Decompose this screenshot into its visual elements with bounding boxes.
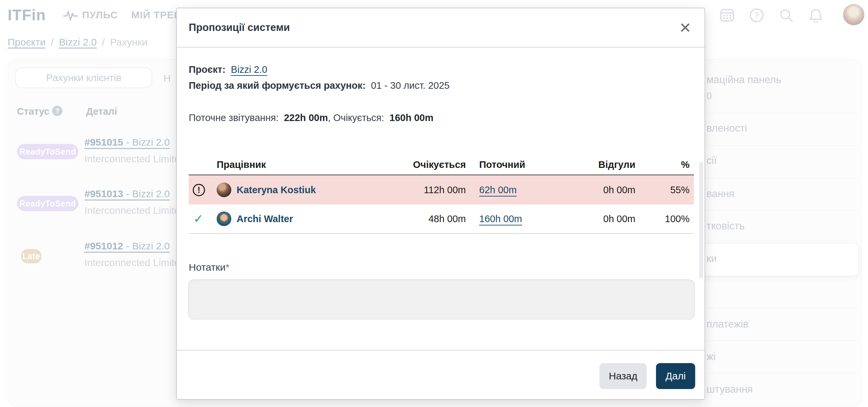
time-off-hours: 0h 00m [562,184,662,196]
invoice-link[interactable]: #951012 - Bizzi 2.0 [84,240,170,252]
expected-hours: 48h 00m [409,213,466,225]
search-icon[interactable] [779,8,794,23]
sidebar-item[interactable]: вання [707,188,735,200]
employees-table-header: Працівник Очікується Поточний Відгули % [189,155,694,175]
project-line: Проєкт: Bizzi 2.0 [189,63,267,76]
tab-next-fragment[interactable]: Н [163,73,171,84]
column-header-status: Статус [17,106,50,117]
current-hours-link[interactable]: 62h 00m [479,184,517,195]
avatar [217,211,231,226]
employee-name: Kateryna Kostiuk [237,184,316,196]
sidebar-item[interactable]: штування [707,383,753,395]
modal-header: Пропозиції системи ✕ [177,8,705,48]
breadcrumb-projects[interactable]: Проєкти [8,36,45,48]
breadcrumb-project[interactable]: Bizzi 2.0 [59,36,97,48]
modal-scrollbar-thumb[interactable] [699,162,703,278]
check-icon: ✓ [193,212,210,226]
svg-text:?: ? [754,11,759,20]
close-icon[interactable]: ✕ [676,18,694,37]
sidebar-item-dashboard[interactable]: маційна панель [707,74,781,86]
employee-row-archi: ✓ Archi Walter 48h 00m 160h 00m 0h 00m 1… [189,204,694,234]
employee-row-kateryna: ! Kateryna Kostiuk 112h 00m 62h 00m 0h 0… [189,175,694,204]
pulse-icon [63,9,78,21]
breadcrumb: Проєкти / Bizzi 2.0 / Рахунки [8,36,147,48]
invoice-link[interactable]: #951015 - Bizzi 2.0 [84,137,170,148]
project-link[interactable]: Bizzi 2.0 [231,64,268,75]
sidebar-item[interactable]: тковість [707,220,745,232]
sidebar-item[interactable]: платежів [707,318,748,330]
percent-value: 100% [662,213,694,225]
calendar-icon[interactable] [720,8,735,23]
required-asterisk: * [226,262,229,273]
modal-footer: Назад Далі [177,350,705,399]
sidebar-item[interactable]: сії [707,155,717,167]
sidebar-item[interactable]: жі [707,351,716,363]
breadcrumb-separator: / [51,36,54,48]
notes-input[interactable] [188,279,695,320]
sidebar-item-dashboard-sub: 0 [707,90,712,101]
help-icon[interactable]: ? [749,8,764,23]
breadcrumb-separator: / [102,36,105,48]
breadcrumb-current: Рахунки [110,36,147,48]
current-hours-link[interactable]: 160h 00m [479,213,522,224]
next-button[interactable]: Далі [656,363,695,389]
nav-pulse[interactable]: ПУЛЬС [82,9,118,21]
invoice-client: Interconnected Limite [84,257,180,268]
percent-value: 55% [662,184,694,196]
sidebar-item[interactable]: вленості [707,122,747,134]
tab-client-invoices[interactable]: Рахунки клієнтів [15,67,152,88]
invoice-link[interactable]: #951013 - Bizzi 2.0 [84,188,170,200]
period-line: Період за який формується рахунок: 01 - … [189,79,450,92]
employee-name: Archi Walter [237,213,293,225]
invoice-client: Interconnected Limite [84,205,180,216]
bell-icon[interactable] [808,8,823,23]
totals-line: Поточне звітування: 222h 00m, Очікується… [189,111,433,124]
app-logo[interactable]: ITFin [8,6,46,24]
avatar [217,182,231,197]
invoice-client: Interconnected Limite [84,153,180,165]
sidebar-item-invoices-label: ки [707,253,717,265]
back-button[interactable]: Назад [599,363,647,389]
expected-hours: 112h 00m [409,184,466,196]
system-proposals-modal: Пропозиції системи ✕ Проєкт: Bizzi 2.0 П… [176,8,705,400]
status-help-icon[interactable]: ? [52,106,62,116]
user-avatar[interactable] [843,4,864,25]
modal-title: Пропозиції системи [189,8,290,47]
status-badge: ReadyToSend [17,196,79,211]
status-badge: Late [21,249,41,263]
notes-label: Нотатки* [189,262,229,273]
warning-icon: ! [193,184,205,196]
time-off-hours: 0h 00m [562,213,662,225]
employees-table: Працівник Очікується Поточний Відгули % … [189,155,694,234]
column-header-details: Деталі [86,106,117,117]
status-badge: ReadyToSend [17,144,79,159]
